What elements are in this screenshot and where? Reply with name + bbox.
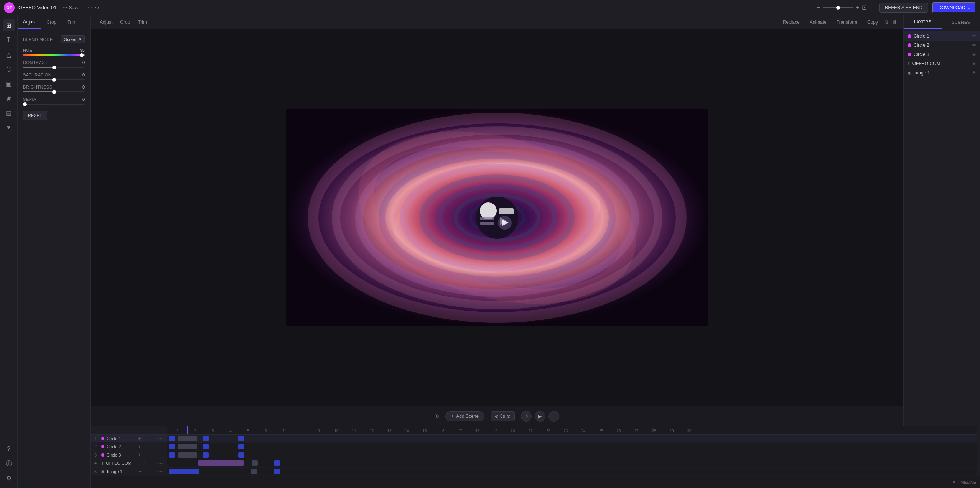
animate-btn[interactable]: Animate: [807, 18, 830, 26]
timeline-add-circle3[interactable]: +: [138, 452, 141, 458]
sidebar-item-folder[interactable]: ▤: [3, 107, 15, 119]
contrast-slider[interactable]: [23, 67, 85, 68]
track-row-4[interactable]: [167, 459, 977, 467]
track-block-add-1c[interactable]: [238, 436, 244, 441]
sidebar-item-favorites[interactable]: ♥: [3, 121, 15, 133]
track-block-1[interactable]: [178, 436, 197, 441]
timeline-add-circle2[interactable]: +: [138, 444, 141, 450]
tab-layers[interactable]: LAYERS: [904, 15, 942, 29]
timeline-add-circle1[interactable]: +: [138, 435, 141, 441]
timeline-row-label-1[interactable]: 1 Circle 1 + ⋯: [91, 435, 167, 443]
track-block-add-3c[interactable]: [238, 452, 244, 458]
track-block-5[interactable]: [169, 469, 199, 474]
tab-adjust[interactable]: Adjust: [18, 15, 41, 29]
redo-icon[interactable]: ↪: [95, 5, 99, 11]
track-block-add-1a[interactable]: [169, 436, 175, 441]
saturation-slider[interactable]: [23, 79, 85, 80]
copy-icon[interactable]: ⧉: [885, 19, 888, 25]
replace-btn[interactable]: Replace: [780, 18, 803, 26]
timeline-row-label-2[interactable]: 2 Circle 2 + ⋯: [91, 443, 167, 451]
layer-visibility-circle3[interactable]: 👁: [972, 52, 976, 57]
layer-visibility-image1[interactable]: 👁: [972, 71, 976, 75]
track-block-add-4[interactable]: [252, 460, 258, 466]
hue-slider[interactable]: [23, 54, 85, 56]
play-button[interactable]: ▶: [535, 411, 545, 422]
expand-icon[interactable]: ⛶: [869, 4, 875, 11]
track-block-add-3a[interactable]: [169, 452, 175, 458]
timeline-more-circle3[interactable]: ⋯: [158, 452, 163, 458]
sidebar-item-settings[interactable]: ⚙: [3, 472, 15, 484]
timeline-toggle-btn[interactable]: ≡ TIMELINE: [953, 480, 976, 485]
zoom-out-icon[interactable]: −: [817, 4, 820, 11]
track-row-2[interactable]: [167, 443, 977, 451]
undo-icon[interactable]: ↩: [88, 5, 92, 11]
timeline-row-label-5[interactable]: 5 ▣ Image 1 + ⋯: [91, 468, 167, 476]
timeline-row-label-4[interactable]: 4 T OFFEO.COM + ⋯: [91, 459, 167, 468]
sidebar-item-shapes[interactable]: △: [3, 48, 15, 61]
sidebar-item-help[interactable]: ?: [3, 443, 15, 455]
layer-item-circle2[interactable]: Circle 2 👁: [904, 41, 980, 50]
layer-item-circle1[interactable]: Circle 1 👁: [904, 31, 980, 41]
track-block-4[interactable]: [198, 460, 244, 466]
copy-btn[interactable]: Copy: [864, 18, 881, 26]
fit-icon[interactable]: ⊡: [862, 4, 867, 11]
tab-scenes[interactable]: SCENES: [942, 15, 980, 29]
timeline-icon: ≡: [953, 480, 955, 485]
transform-btn[interactable]: Transform: [833, 18, 860, 26]
track-block-add-2b[interactable]: [203, 444, 209, 449]
trim-tab-btn[interactable]: Trim: [135, 18, 150, 26]
brightness-slider[interactable]: [23, 91, 85, 92]
trash-icon[interactable]: 🗑: [892, 19, 897, 25]
sidebar-item-info[interactable]: ⓘ: [3, 457, 15, 470]
track-block-2[interactable]: [178, 444, 197, 449]
sidebar-item-text[interactable]: T: [3, 34, 15, 46]
zoom-in-icon[interactable]: +: [856, 4, 859, 11]
track-row-5[interactable]: [167, 468, 977, 476]
save-button[interactable]: ✏ Save: [60, 4, 82, 12]
layer-visibility-circle1[interactable]: 👁: [972, 34, 976, 38]
tab-trim[interactable]: Trim: [62, 15, 82, 29]
timeline-more-circle1[interactable]: ⋯: [158, 435, 163, 441]
sidebar-item-assets[interactable]: ⬡: [3, 63, 15, 75]
crop-tab-btn[interactable]: Crop: [117, 18, 133, 26]
layer-visibility-text[interactable]: 👁: [972, 61, 976, 66]
duration-badge[interactable]: ⊙ 8s ⊙: [491, 411, 515, 421]
track-block-add-5b[interactable]: [274, 469, 280, 474]
timeline-add-image[interactable]: +: [139, 468, 142, 474]
track-row-3[interactable]: [167, 451, 977, 459]
playhead[interactable]: [187, 426, 188, 434]
track-block-add-2c[interactable]: [238, 444, 244, 449]
track-block-add-2a[interactable]: [169, 444, 175, 449]
track-block-3[interactable]: [178, 452, 197, 458]
timeline-more-image[interactable]: ⋯: [158, 468, 163, 474]
add-scene-button[interactable]: + Add Scene: [445, 411, 484, 421]
track-row-1[interactable]: [167, 435, 977, 443]
tab-crop[interactable]: Crop: [41, 15, 62, 29]
layer-visibility-circle2[interactable]: 👁: [972, 43, 976, 48]
blend-mode-select[interactable]: Screen ▾: [61, 35, 85, 43]
sepia-slider[interactable]: [23, 104, 85, 105]
timeline-more-circle2[interactable]: ⋯: [158, 444, 163, 450]
download-button[interactable]: DOWNLOAD ↓: [932, 2, 976, 13]
adjust-tab-btn[interactable]: Adjust: [97, 18, 115, 26]
fullscreen-button[interactable]: ⛶: [548, 411, 559, 422]
timeline-scrollbar[interactable]: [977, 426, 980, 476]
track-block-add-1b[interactable]: [203, 436, 209, 441]
canvas-viewport[interactable]: [91, 29, 903, 406]
timeline-row-label-3[interactable]: 3 Circle 3 + ⋯: [91, 451, 167, 460]
layer-item-image1[interactable]: ▣ Image 1 👁: [904, 68, 980, 77]
reset-button[interactable]: RESET: [23, 111, 47, 120]
track-block-add-3b[interactable]: [203, 452, 209, 458]
track-block-add-5[interactable]: [251, 469, 257, 474]
layer-item-circle3[interactable]: Circle 3 👁: [904, 50, 980, 59]
refer-button[interactable]: REFER A FRIEND: [879, 3, 929, 13]
sidebar-item-layers[interactable]: ⊞: [3, 19, 15, 31]
timeline-add-text[interactable]: +: [143, 460, 147, 466]
timeline-more-text[interactable]: ⋯: [158, 460, 163, 466]
zoom-slider[interactable]: [823, 7, 853, 8]
layer-item-text[interactable]: T OFFEO.COM 👁: [904, 59, 980, 68]
sidebar-item-media[interactable]: ▣: [3, 77, 15, 90]
sidebar-item-brand[interactable]: ◉: [3, 92, 15, 104]
loop-button[interactable]: ↺: [521, 411, 532, 422]
track-block-add-4b[interactable]: [274, 460, 280, 466]
